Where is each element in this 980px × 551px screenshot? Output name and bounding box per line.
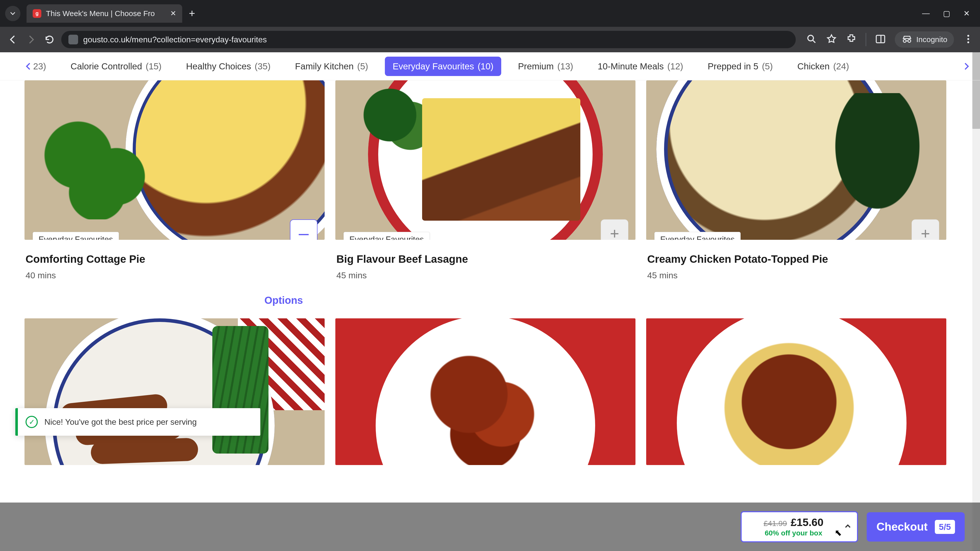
tab-title: This Week's Menu | Choose Fro <box>46 9 165 18</box>
window-close-icon[interactable]: ✕ <box>963 9 970 18</box>
toolbar-divider <box>865 33 866 46</box>
old-price: £41.99 <box>764 519 787 527</box>
category-scroll-right[interactable] <box>961 61 972 72</box>
category-count: (13) <box>557 61 573 71</box>
browser-tabstrip: g This Week's Menu | Choose Fro ✕ + — ▢ … <box>0 0 980 27</box>
remove-recipe-button[interactable]: – <box>290 219 318 240</box>
chevron-up-icon <box>843 522 853 532</box>
recipe-image: Everyday Favourites – <box>24 80 325 240</box>
extensions-icon[interactable] <box>846 33 857 46</box>
category-label: Chicken <box>797 61 829 71</box>
category-count: (24) <box>833 61 849 71</box>
category-item-prepped-in-5[interactable]: Prepped in 5 (5) <box>700 57 780 76</box>
browser-tab-active[interactable]: g This Week's Menu | Choose Fro ✕ <box>27 4 182 23</box>
category-item-calorie-controlled[interactable]: Calorie Controlled (15) <box>63 57 169 76</box>
svg-point-0 <box>808 35 814 41</box>
category-count: (10) <box>477 61 493 71</box>
category-count: (12) <box>667 61 683 71</box>
scrollbar-track[interactable] <box>972 52 980 551</box>
category-label: Prepped in 5 <box>708 61 758 71</box>
recipe-card[interactable]: Everyday Favourites + Big Flavour Beef L… <box>335 80 635 280</box>
recipe-card[interactable] <box>335 318 635 465</box>
recipe-image: Everyday Favourites + <box>335 80 635 240</box>
category-label: Premium <box>518 61 554 71</box>
window-maximize-icon[interactable]: ▢ <box>943 9 950 18</box>
category-label: Healthy Choices <box>186 61 251 71</box>
checkout-bar: £41.99 £15.60 60% off your box ⬉ Checkou… <box>0 503 980 551</box>
reload-button[interactable] <box>43 33 56 46</box>
category-item-healthy-choices[interactable]: Healthy Choices (35) <box>178 57 278 76</box>
category-label: Family Kitchen <box>295 61 354 71</box>
category-label: Everyday Favourites <box>393 61 474 71</box>
checkout-label: Checkout <box>877 520 928 533</box>
price-toast: ✓ Nice! You've got the best price per se… <box>15 408 260 436</box>
recipe-image <box>646 318 946 465</box>
recipe-card[interactable] <box>646 318 946 465</box>
recipe-time: 45 mins <box>646 270 946 280</box>
back-button[interactable] <box>6 33 19 46</box>
category-bar: 23) Calorie Controlled (15) Healthy Choi… <box>0 52 980 80</box>
recipe-title: Comforting Cottage Pie <box>24 253 325 265</box>
tab-close-icon[interactable]: ✕ <box>170 9 176 17</box>
category-item-chicken[interactable]: Chicken (24) <box>790 57 857 76</box>
category-scroll-left[interactable] <box>23 61 34 72</box>
recipe-card[interactable]: Everyday Favourites + Creamy Chicken Pot… <box>646 80 946 280</box>
price-summary-button[interactable]: £41.99 £15.60 60% off your box ⬉ <box>741 511 858 542</box>
page-content: 23) Calorie Controlled (15) Healthy Choi… <box>0 52 980 551</box>
sidepanel-icon[interactable] <box>875 33 886 46</box>
category-count: (35) <box>255 61 270 71</box>
category-item-cutoff[interactable]: 23) <box>31 57 54 76</box>
search-icon[interactable] <box>806 33 817 46</box>
recipe-image <box>24 318 325 465</box>
svg-point-4 <box>967 38 969 40</box>
recipe-tag: Everyday Favourites <box>654 232 741 240</box>
category-count: (5) <box>357 61 368 71</box>
new-price: £15.60 <box>791 516 823 528</box>
recipe-count-badge: 5/5 <box>935 520 955 534</box>
new-tab-button[interactable]: + <box>189 7 195 20</box>
add-recipe-button[interactable]: + <box>601 219 628 240</box>
recipe-card[interactable]: Everyday Favourites – Comforting Cottage… <box>24 80 325 280</box>
category-item-10-minute-meals[interactable]: 10-Minute Meals (12) <box>590 57 691 76</box>
discount-label: 60% off your box <box>750 529 837 537</box>
recipe-time: 45 mins <box>335 270 635 280</box>
category-item-family-kitchen[interactable]: Family Kitchen (5) <box>287 57 375 76</box>
window-minimize-icon[interactable]: — <box>922 9 930 18</box>
add-recipe-button[interactable]: + <box>912 219 939 240</box>
category-label: Calorie Controlled <box>71 61 142 71</box>
bookmark-star-icon[interactable] <box>826 33 837 46</box>
check-circle-icon: ✓ <box>25 416 38 428</box>
checkout-button[interactable]: Checkout 5/5 <box>867 512 965 541</box>
recipe-tag: Everyday Favourites <box>344 232 430 240</box>
address-bar[interactable]: gousto.co.uk/menu?collection=everyday-fa… <box>61 31 796 48</box>
incognito-badge[interactable]: Incognito <box>895 32 954 48</box>
category-count: 23) <box>33 61 46 71</box>
category-item-everyday-favourites[interactable]: Everyday Favourites (10) <box>385 57 501 76</box>
recipe-title: Big Flavour Beef Lasagne <box>335 253 635 265</box>
browser-toolbar: gousto.co.uk/menu?collection=everyday-fa… <box>0 27 980 52</box>
recipe-title: Creamy Chicken Potato-Topped Pie <box>646 253 946 265</box>
incognito-icon <box>901 34 913 45</box>
recipe-image: Everyday Favourites + <box>646 80 946 240</box>
incognito-label: Incognito <box>916 35 947 44</box>
forward-button <box>24 33 38 46</box>
site-info-icon[interactable] <box>68 35 78 44</box>
recipe-time: 40 mins <box>24 270 325 280</box>
recipe-tag: Everyday Favourites <box>33 232 119 240</box>
category-count: (5) <box>762 61 773 71</box>
svg-point-5 <box>967 41 969 43</box>
url-text: gousto.co.uk/menu?collection=everyday-fa… <box>83 35 267 44</box>
favicon-icon: g <box>33 9 41 18</box>
svg-point-3 <box>967 35 969 37</box>
kebab-menu-icon[interactable] <box>963 33 974 46</box>
category-item-premium[interactable]: Premium (13) <box>511 57 581 76</box>
recipe-image <box>335 318 635 465</box>
category-label: 10-Minute Meals <box>598 61 664 71</box>
toast-message: Nice! You've got the best price per serv… <box>45 417 197 427</box>
options-heading[interactable]: Options <box>24 295 956 306</box>
tab-search-button[interactable] <box>5 6 21 21</box>
recipe-card[interactable] <box>24 318 325 465</box>
category-count: (15) <box>146 61 162 71</box>
cursor-icon: ⬉ <box>835 527 842 538</box>
